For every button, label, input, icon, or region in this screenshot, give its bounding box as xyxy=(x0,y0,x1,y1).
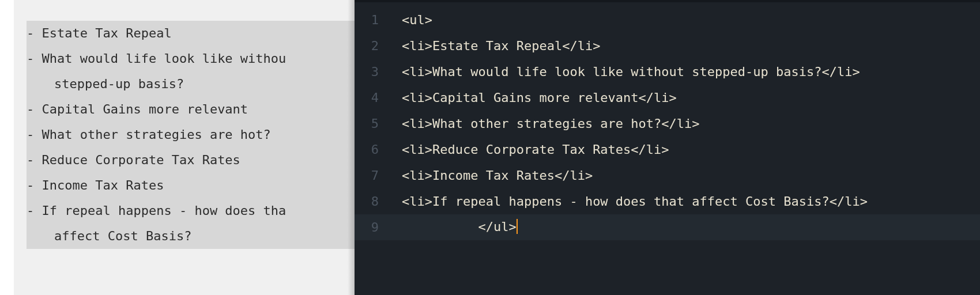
code-line[interactable]: 4 <li>Capital Gains more relevant</li> xyxy=(355,85,980,111)
code-line[interactable]: 5 <li>What other strategies are hot?</li… xyxy=(355,111,980,137)
code-line[interactable]: 6 <li>Reduce Corporate Tax Rates</li> xyxy=(355,137,980,162)
list-item: - What would life look like withou xyxy=(27,46,355,71)
line-number: 5 xyxy=(355,116,390,131)
list-item: - If repeal happens - how does tha xyxy=(27,198,355,224)
line-number: 1 xyxy=(355,13,390,27)
list-item: - Estate Tax Repeal xyxy=(27,21,355,46)
code-text[interactable]: <li>Income Tax Rates</li> xyxy=(390,168,593,183)
list-item: - Reduce Corporate Tax Rates xyxy=(27,148,355,173)
list-item: - What other strategies are hot? xyxy=(27,122,355,148)
code-editor[interactable]: 1 <ul> 2 <li>Estate Tax Repeal</li> 3 <l… xyxy=(355,7,980,240)
code-line[interactable]: 9 </ul> xyxy=(355,214,980,240)
code-text[interactable]: <li>Estate Tax Repeal</li> xyxy=(390,39,600,53)
line-number: 7 xyxy=(355,168,390,183)
code-text[interactable]: <ul> xyxy=(390,13,432,27)
code-line[interactable]: 7 <li>Income Tax Rates</li> xyxy=(355,162,980,188)
list-item: stepped-up basis? xyxy=(27,71,355,97)
code-text[interactable]: </ul> xyxy=(390,205,518,251)
tab-strip xyxy=(355,0,980,2)
line-number: 6 xyxy=(355,142,390,157)
list-item: affect Cost Basis? xyxy=(27,224,355,249)
line-number: 4 xyxy=(355,90,390,105)
line-number: 9 xyxy=(355,220,390,235)
list-item: - Capital Gains more relevant xyxy=(27,97,355,122)
code-text[interactable]: <li>What other strategies are hot?</li> xyxy=(390,116,700,131)
code-line[interactable]: 3 <li>What would life look like without … xyxy=(355,59,980,85)
code-line[interactable]: 2 <li>Estate Tax Repeal</li> xyxy=(355,33,980,59)
code-editor-pane[interactable]: 1 <ul> 2 <li>Estate Tax Repeal</li> 3 <l… xyxy=(355,0,980,295)
markdown-list: - Estate Tax Repeal - What would life lo… xyxy=(27,21,355,249)
list-item: - Income Tax Rates xyxy=(27,173,355,198)
line-number: 3 xyxy=(355,65,390,79)
line-number: 2 xyxy=(355,39,390,53)
code-text[interactable]: <li>What would life look like without st… xyxy=(390,65,860,79)
page-margin xyxy=(0,0,14,295)
code-text[interactable]: <li>Capital Gains more relevant</li> xyxy=(390,90,677,105)
split-view: - Estate Tax Repeal - What would life lo… xyxy=(0,0,980,295)
code-text-content: </ul> xyxy=(478,220,516,234)
code-line[interactable]: 1 <ul> xyxy=(355,7,980,33)
code-text[interactable]: <li>Reduce Corporate Tax Rates</li> xyxy=(390,142,669,157)
markdown-preview-pane[interactable]: - Estate Tax Repeal - What would life lo… xyxy=(0,0,355,295)
line-number: 8 xyxy=(355,194,390,209)
text-cursor xyxy=(517,219,518,234)
